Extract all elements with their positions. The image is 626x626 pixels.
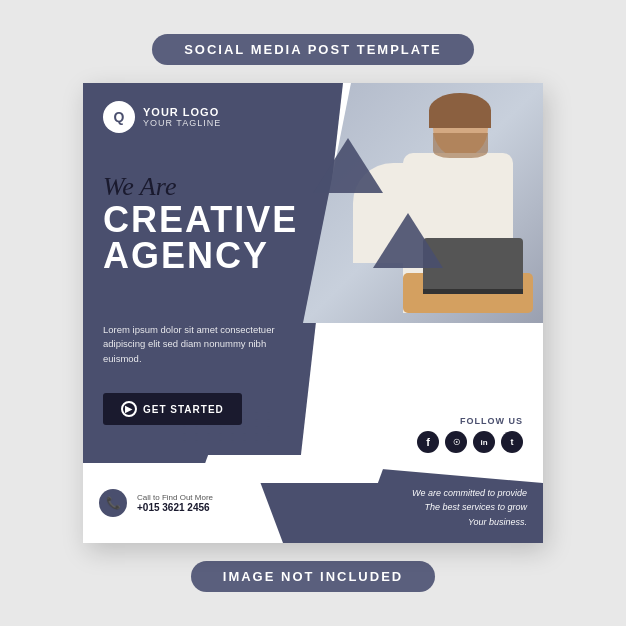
body-text: Lorem ipsum dolor sit amet consectetuer …	[103, 323, 303, 366]
phone-contact: Call to Find Out More +015 3621 2456	[137, 493, 213, 513]
commitment-text: We are committed to provide The best ser…	[412, 486, 527, 529]
commitment-line2: The best services to grow	[412, 500, 527, 514]
commitment-line1: We are committed to provide	[412, 486, 527, 500]
social-icons: f ☉ in t	[417, 431, 523, 453]
follow-label: FOLLOW US	[417, 416, 523, 426]
headline-area: We Are CREATIVE AGENCY	[103, 173, 298, 274]
twitter-icon[interactable]: t	[501, 431, 523, 453]
commitment-line3: Your business.	[412, 515, 527, 529]
bottom-badge: IMAGE NOT INCLUDED	[191, 561, 435, 592]
logo-text: YOUR LOGO YOUR TAGLINE	[143, 106, 221, 128]
white-diagonal-accent	[198, 455, 388, 483]
get-started-button[interactable]: ▶ GET STARTED	[103, 393, 242, 425]
linkedin-icon[interactable]: in	[473, 431, 495, 453]
logo-area: Q YOUR LOGO YOUR TAGLINE	[103, 101, 221, 133]
social-media-card: Q YOUR LOGO YOUR TAGLINE We Are CREATIVE…	[83, 83, 543, 543]
button-label: GET STARTED	[143, 404, 224, 415]
headline-line3: AGENCY	[103, 238, 298, 274]
headline-line1: We Are	[103, 173, 298, 202]
follow-us-section: FOLLOW US f ☉ in t	[417, 416, 523, 453]
photo-area	[303, 83, 543, 323]
phone-number: +015 3621 2456	[137, 502, 213, 513]
logo-name: YOUR LOGO	[143, 106, 221, 118]
button-arrow-icon: ▶	[121, 401, 137, 417]
logo-tagline: YOUR TAGLINE	[143, 118, 221, 128]
facebook-icon[interactable]: f	[417, 431, 439, 453]
top-badge: SOCIAL MEDIA POST TEMPLATE	[152, 34, 474, 65]
instagram-icon[interactable]: ☉	[445, 431, 467, 453]
headline-line2: CREATIVE	[103, 202, 298, 238]
call-label: Call to Find Out More	[137, 493, 213, 502]
logo-icon: Q	[103, 101, 135, 133]
phone-icon: 📞	[99, 489, 127, 517]
